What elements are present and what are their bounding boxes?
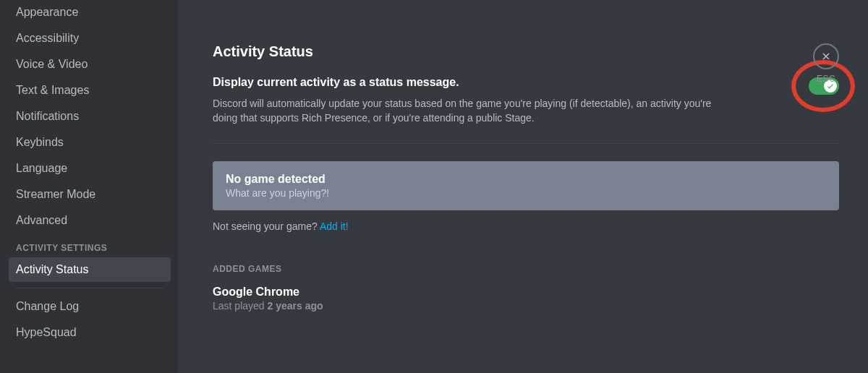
- setting-label: Display current activity as a status mes…: [213, 76, 733, 89]
- sidebar-section-header-activity: ACTIVITY SETTINGS: [9, 234, 171, 257]
- close-label: ESC: [813, 74, 839, 84]
- sidebar-item-advanced[interactable]: Advanced: [9, 208, 171, 233]
- hint-text: Not seeing your game?: [213, 220, 320, 232]
- no-game-subtitle: What are you playing?!: [226, 187, 826, 199]
- sidebar-item-language[interactable]: Language: [9, 156, 171, 181]
- sidebar-divider: [16, 288, 163, 288]
- sidebar-item-appearance[interactable]: Appearance: [9, 0, 171, 25]
- added-game-name: Google Chrome: [213, 286, 839, 299]
- sidebar-item-notifications[interactable]: Notifications: [9, 104, 171, 129]
- settings-sidebar: Appearance Accessibility Voice & Video T…: [0, 0, 178, 373]
- divider: [213, 143, 839, 144]
- page-title: Activity Status: [213, 43, 839, 60]
- sidebar-item-change-log[interactable]: Change Log: [9, 294, 171, 319]
- sidebar-item-keybinds[interactable]: Keybinds: [9, 130, 171, 155]
- sidebar-item-activity-status[interactable]: Activity Status: [9, 257, 171, 282]
- sidebar-item-accessibility[interactable]: Accessibility: [9, 26, 171, 51]
- sidebar-item-voice-video[interactable]: Voice & Video: [9, 52, 171, 77]
- added-game-lastplayed: Last played 2 years ago: [213, 300, 839, 312]
- close-icon: [820, 51, 832, 62]
- add-game-hint: Not seeing your game? Add it!: [213, 220, 839, 232]
- add-it-link[interactable]: Add it!: [320, 220, 349, 232]
- close-button[interactable]: [813, 43, 839, 69]
- added-games-header: ADDED GAMES: [213, 264, 839, 274]
- settings-content: Activity Status Display current activity…: [178, 0, 868, 373]
- sidebar-item-hypesquad[interactable]: HypeSquad: [9, 320, 171, 345]
- close-area: ESC: [813, 43, 839, 84]
- added-game-row: Google Chrome Last played 2 years ago: [213, 286, 839, 312]
- no-game-title: No game detected: [226, 173, 826, 186]
- current-game-box: No game detected What are you playing?!: [213, 161, 839, 210]
- display-activity-setting: Display current activity as a status mes…: [213, 76, 839, 126]
- sidebar-item-streamer-mode[interactable]: Streamer Mode: [9, 182, 171, 207]
- sidebar-item-text-images[interactable]: Text & Images: [9, 78, 171, 103]
- setting-description: Discord will automatically update your s…: [213, 96, 733, 126]
